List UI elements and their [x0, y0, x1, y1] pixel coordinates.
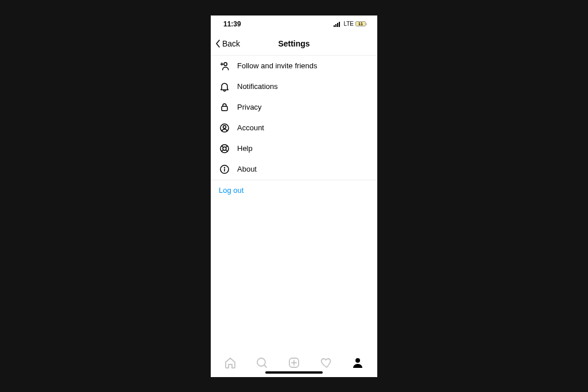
menu-item-label: Follow and invite friends [237, 61, 317, 70]
back-button[interactable]: Back [211, 39, 240, 48]
battery-level: 11 [355, 21, 366, 26]
bell-icon [219, 81, 230, 92]
tab-create[interactable] [287, 355, 301, 370]
tab-home[interactable] [223, 355, 238, 370]
profile-icon [351, 356, 365, 370]
menu-item-follow-invite[interactable]: Follow and invite friends [211, 56, 377, 76]
svg-point-7 [223, 125, 226, 128]
lock-icon [219, 102, 230, 113]
menu-item-account[interactable]: Account [211, 118, 377, 138]
account-circle-icon [219, 122, 230, 134]
network-label: LTE [343, 21, 354, 27]
settings-menu: Follow and invite friends Notifications … [211, 56, 377, 200]
menu-item-label: Privacy [237, 103, 262, 111]
logout-button[interactable]: Log out [211, 180, 377, 200]
svg-rect-5 [222, 106, 227, 111]
help-ring-icon [219, 143, 230, 154]
status-right: LTE 11 [334, 21, 367, 27]
menu-item-label: Notifications [237, 82, 278, 91]
svg-rect-0 [334, 25, 335, 27]
home-indicator[interactable] [265, 371, 323, 374]
status-time: 11:39 [223, 20, 241, 28]
menu-item-label: Help [237, 144, 253, 153]
signal-icon [334, 21, 342, 27]
phone-frame: 11:39 LTE 11 Back Settings Follo [211, 15, 377, 377]
content-spacer [211, 200, 377, 348]
menu-item-label: Account [237, 123, 264, 132]
svg-point-11 [225, 167, 225, 168]
back-label: Back [222, 39, 240, 48]
status-bar: 11:39 LTE 11 [211, 15, 377, 33]
tab-activity[interactable] [319, 355, 334, 370]
home-icon [223, 356, 237, 370]
nav-bar: Back Settings [211, 33, 377, 56]
battery-icon: 11 [355, 21, 367, 26]
svg-rect-3 [339, 22, 340, 27]
tab-profile[interactable] [350, 355, 365, 370]
menu-item-privacy[interactable]: Privacy [211, 97, 377, 118]
menu-item-help[interactable]: Help [211, 138, 377, 159]
svg-rect-1 [335, 24, 336, 27]
menu-item-about[interactable]: About [211, 159, 377, 180]
svg-point-9 [223, 147, 226, 150]
chevron-left-icon [215, 40, 221, 48]
person-add-icon [219, 60, 230, 72]
tab-search[interactable] [254, 355, 269, 370]
search-icon [255, 356, 269, 370]
info-icon [219, 164, 230, 175]
svg-point-4 [224, 63, 227, 65]
menu-item-label: About [237, 165, 257, 173]
create-icon [287, 356, 301, 370]
menu-item-notifications[interactable]: Notifications [211, 76, 377, 97]
svg-point-14 [355, 358, 360, 363]
svg-rect-2 [337, 23, 338, 27]
heart-icon [319, 356, 333, 370]
